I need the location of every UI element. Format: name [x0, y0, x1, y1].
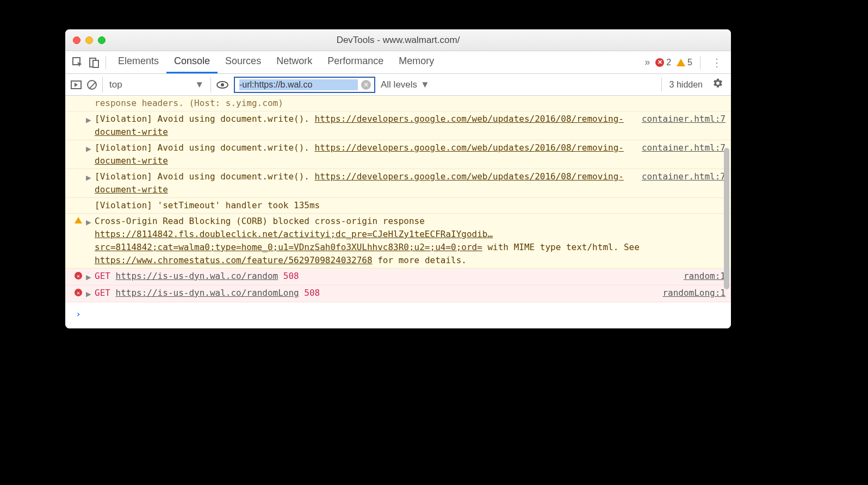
- context-selector[interactable]: top ▼: [102, 77, 211, 92]
- expand-icon[interactable]: ▶: [86, 270, 95, 284]
- log-source[interactable]: random:1: [677, 270, 726, 283]
- log-link[interactable]: https://is-us-dyn.wal.co/random: [116, 271, 278, 281]
- log-source[interactable]: container.html:7: [635, 141, 726, 154]
- log-message: [Violation] Avoid using document.write()…: [95, 170, 635, 196]
- clear-console-icon[interactable]: [87, 80, 97, 90]
- log-message: [Violation] 'setTimeout' handler took 13…: [95, 199, 726, 212]
- log-levels-selector[interactable]: All levels ▼: [381, 79, 430, 90]
- console-row: ▶ [Violation] Avoid using document.write…: [65, 140, 731, 169]
- warning-icon: [677, 59, 685, 66]
- error-icon: ✕: [75, 272, 82, 279]
- prompt-icon: ›: [76, 308, 81, 321]
- error-icon: ✕: [75, 289, 82, 296]
- close-icon[interactable]: [73, 36, 80, 44]
- console-toolbar: top ▼ -url:https://b.wal.co ✕ All levels…: [65, 74, 731, 96]
- log-source[interactable]: randomLong:1: [656, 287, 726, 300]
- window-title: DevTools - www.walmart.com/: [65, 35, 731, 46]
- menu-icon[interactable]: ⋮: [708, 56, 726, 69]
- titlebar: DevTools - www.walmart.com/: [65, 29, 731, 51]
- clear-filter-icon[interactable]: ✕: [361, 80, 371, 90]
- error-count-badge[interactable]: ✕ 2: [655, 58, 671, 67]
- settings-gear-icon[interactable]: [710, 78, 726, 91]
- hidden-count[interactable]: 3 hidden: [669, 80, 703, 90]
- log-source[interactable]: container.html:7: [635, 113, 726, 126]
- log-message: response headers. (Host: s.yimg.com): [95, 97, 726, 110]
- tab-memory[interactable]: Memory: [391, 51, 442, 73]
- tab-network[interactable]: Network: [269, 51, 320, 73]
- svg-rect-2: [93, 60, 98, 67]
- warn-count-badge[interactable]: 5: [677, 58, 692, 67]
- log-message: [Violation] Avoid using document.write()…: [95, 141, 635, 167]
- separator: [106, 56, 106, 69]
- filter-text: -url:https://b.wal.co: [239, 79, 358, 90]
- console-row: [Violation] 'setTimeout' handler took 13…: [65, 198, 731, 214]
- maximize-icon[interactable]: [98, 36, 106, 44]
- expand-icon[interactable]: ▶: [86, 170, 95, 184]
- tab-performance[interactable]: Performance: [320, 51, 391, 73]
- log-link[interactable]: https://www.chromestatus.com/feature/562…: [95, 255, 373, 265]
- live-expression-icon[interactable]: [216, 81, 228, 89]
- log-link[interactable]: https://8114842.fls.doubleclick.net/acti…: [95, 229, 493, 252]
- inspect-icon[interactable]: [71, 55, 85, 70]
- error-count: 2: [666, 58, 671, 67]
- levels-label: All levels: [381, 79, 417, 90]
- console-row: ✕ ▶ GET https://is-us-dyn.wal.co/random …: [65, 269, 731, 285]
- traffic-lights: [73, 36, 106, 44]
- log-message: Cross-Origin Read Blocking (CORB) blocke…: [95, 215, 726, 267]
- log-link[interactable]: https://is-us-dyn.wal.co/randomLong: [116, 288, 299, 298]
- error-icon: ✕: [655, 58, 664, 67]
- device-toggle-icon[interactable]: [87, 55, 101, 70]
- log-message: GET https://is-us-dyn.wal.co/randomLong …: [95, 287, 656, 300]
- console-row: ▶ [Violation] Avoid using document.write…: [65, 169, 731, 198]
- console-row: response headers. (Host: s.yimg.com): [65, 96, 731, 111]
- expand-icon[interactable]: ▶: [86, 113, 95, 127]
- tab-console[interactable]: Console: [166, 51, 218, 73]
- console-row: ✕ ▶ GET https://is-us-dyn.wal.co/randomL…: [65, 285, 731, 302]
- warn-count: 5: [687, 58, 692, 67]
- separator: [700, 56, 700, 69]
- console-row: ▶ [Violation] Avoid using document.write…: [65, 111, 731, 140]
- context-label: top: [109, 79, 122, 90]
- console-body: response headers. (Host: s.yimg.com) ▶ […: [65, 96, 731, 328]
- expand-icon[interactable]: ▶: [86, 287, 95, 301]
- devtools-window: DevTools - www.walmart.com/ Elements Con…: [65, 29, 731, 328]
- sidebar-toggle-icon[interactable]: [71, 80, 82, 89]
- log-message: [Violation] Avoid using document.write()…: [95, 113, 635, 139]
- console-prompt-row[interactable]: ›: [65, 302, 731, 328]
- warning-icon: [75, 217, 82, 223]
- more-tabs-icon[interactable]: »: [644, 57, 650, 68]
- filter-input[interactable]: -url:https://b.wal.co ✕: [234, 77, 375, 93]
- expand-icon[interactable]: ▶: [86, 141, 95, 156]
- log-message: GET https://is-us-dyn.wal.co/random 508: [95, 270, 677, 283]
- expand-icon[interactable]: ▶: [86, 215, 95, 229]
- scrollbar-thumb[interactable]: [724, 148, 729, 289]
- tab-elements[interactable]: Elements: [110, 51, 166, 73]
- log-source[interactable]: container.html:7: [635, 170, 726, 183]
- console-row: ▶ Cross-Origin Read Blocking (CORB) bloc…: [65, 214, 731, 269]
- dropdown-icon: ▼: [420, 79, 430, 90]
- dropdown-icon: ▼: [195, 79, 204, 90]
- tab-sources[interactable]: Sources: [218, 51, 269, 73]
- minimize-icon[interactable]: [85, 36, 93, 44]
- main-tabs: Elements Console Sources Network Perform…: [65, 51, 731, 74]
